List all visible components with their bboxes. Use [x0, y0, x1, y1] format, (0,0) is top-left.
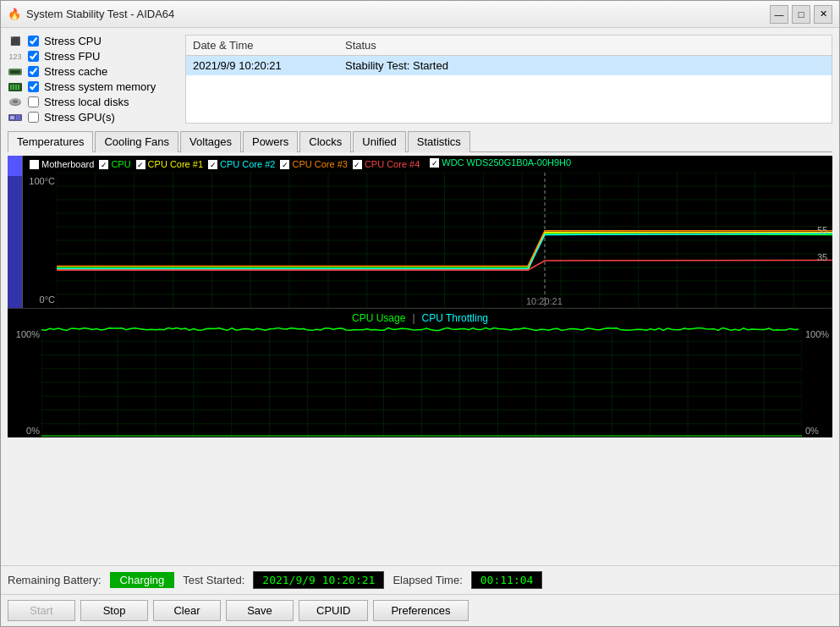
svg-rect-4 — [13, 85, 14, 90]
stress-cpu-label: Stress CPU — [44, 35, 102, 47]
cpu-y-max: 100% — [9, 329, 40, 339]
temp-y-min: 0°C — [25, 294, 55, 305]
temp-chart-plot — [57, 173, 832, 308]
temp-chart-canvas-wrapper: 100°C 0°C — [23, 173, 832, 308]
motherboard-checkbox[interactable] — [30, 160, 39, 169]
core4-label: CPU Core #4 — [365, 159, 420, 169]
tab-clocks[interactable]: Clocks — [299, 131, 351, 152]
log-datetime: 2021/9/9 10:20:21 — [193, 59, 328, 72]
tab-powers[interactable]: Powers — [243, 131, 298, 152]
log-status: Stability Test: Started — [345, 59, 825, 72]
stress-fpu-checkbox[interactable] — [28, 51, 39, 62]
temp-chart-legend: Motherboard CPU CPU Core #1 CPU Cor — [23, 156, 832, 173]
cpu-y-min: 0% — [9, 426, 40, 436]
disk-icon — [8, 96, 23, 108]
wdc-checkbox[interactable] — [430, 158, 439, 168]
cpu-chart-plot — [41, 327, 802, 437]
content-area: ⬛ Stress CPU 123 Stress FPU Stress cache — [1, 28, 839, 565]
stress-item-cpu: ⬛ Stress CPU — [8, 35, 177, 47]
cpu-right-max: 100% — [805, 329, 829, 339]
cpu-temp-checkbox[interactable] — [99, 160, 108, 169]
window-title: System Stability Test - AIDA64 — [26, 8, 770, 20]
core3-label: CPU Core #3 — [292, 159, 347, 169]
legend-core4: CPU Core #4 — [353, 159, 420, 169]
bottom-buttons: Start Stop Clear Save CPUID Preferences — [1, 594, 839, 626]
tab-unified[interactable]: Unified — [353, 131, 405, 152]
battery-value: Charging — [110, 572, 175, 588]
stress-gpu-checkbox[interactable] — [28, 112, 39, 123]
svg-rect-14 — [19, 115, 20, 120]
core1-checkbox[interactable] — [136, 160, 145, 169]
tab-temperatures[interactable]: Temperatures — [8, 131, 93, 152]
core2-checkbox[interactable] — [208, 160, 217, 169]
legend-core3: CPU Core #3 — [280, 159, 347, 169]
svg-rect-11 — [10, 116, 14, 119]
close-button[interactable]: ✕ — [814, 5, 832, 24]
fpu-icon: 123 — [8, 51, 23, 63]
cpu-throttling-label: CPU Throttling — [422, 312, 488, 324]
window-controls: — □ ✕ — [770, 5, 832, 24]
stress-item-fpu: 123 Stress FPU — [8, 50, 177, 63]
stress-memory-label: Stress system memory — [44, 80, 156, 93]
stress-cache-checkbox[interactable] — [28, 66, 39, 77]
log-table: Date & Time Status 2021/9/9 10:20:21 Sta… — [185, 35, 832, 124]
memory-icon — [8, 81, 23, 93]
stress-cpu-checkbox[interactable] — [28, 36, 39, 47]
cpu-right-axis: 100% 0% — [802, 327, 832, 437]
cpuid-button[interactable]: CPUID — [299, 600, 368, 621]
save-button[interactable]: Save — [226, 600, 294, 621]
core3-checkbox[interactable] — [280, 160, 289, 169]
tab-statistics[interactable]: Statistics — [408, 131, 470, 152]
stress-disk-checkbox[interactable] — [28, 96, 39, 107]
cpu-separator: | — [412, 312, 415, 324]
svg-rect-5 — [15, 85, 17, 90]
date-col-header: Date & Time — [193, 39, 328, 52]
svg-rect-13 — [18, 115, 19, 120]
legend-core2: CPU Core #2 — [208, 159, 275, 169]
maximize-button[interactable]: □ — [792, 5, 810, 24]
app-icon: 🔥 — [8, 8, 21, 21]
tabs-section: Temperatures Cooling Fans Voltages Power… — [8, 130, 832, 152]
status-bar: Remaining Battery: Charging Test Started… — [1, 565, 839, 594]
stress-item-disk: Stress local disks — [8, 96, 177, 108]
tab-cooling-fans[interactable]: Cooling Fans — [95, 131, 178, 152]
core4-checkbox[interactable] — [353, 160, 362, 169]
stress-gpu-label: Stress GPU(s) — [44, 111, 115, 124]
test-started-label: Test Started: — [183, 574, 244, 586]
wdc-label: WDC WDS250G1B0A-00H9H0 — [442, 157, 571, 168]
log-row: 2021/9/9 10:20:21 Stability Test: Starte… — [186, 56, 832, 75]
temp-chart-container: Motherboard CPU CPU Core #1 CPU Cor — [23, 156, 832, 308]
clear-button[interactable]: Clear — [153, 600, 221, 621]
svg-rect-1 — [10, 70, 20, 74]
stress-cache-label: Stress cache — [44, 65, 107, 78]
preferences-button[interactable]: Preferences — [373, 600, 468, 621]
temp-y-max: 100°C — [25, 176, 55, 186]
cpu-chart-plot-area: 100% 0% 100% 0% — [8, 327, 832, 437]
stop-button[interactable]: Stop — [80, 600, 148, 621]
core2-label: CPU Core #2 — [220, 159, 275, 169]
cpu-icon: ⬛ — [8, 36, 23, 47]
elapsed-label: Elapsed Time: — [393, 574, 462, 586]
stress-memory-checkbox[interactable] — [28, 81, 39, 92]
cpu-chart-canvas — [41, 327, 802, 437]
minimize-button[interactable]: — — [770, 5, 788, 24]
gpu-icon — [8, 112, 23, 124]
cpu-right-min: 0% — [805, 426, 829, 436]
cpu-y-axis: 100% 0% — [8, 327, 41, 437]
temp-chart-area: Motherboard CPU CPU Core #1 CPU Cor — [8, 156, 832, 308]
cpu-chart-container: CPU Usage | CPU Throttling 100% 0% 100% … — [8, 308, 832, 437]
scrollbar-side — [8, 156, 23, 308]
cache-icon — [8, 66, 23, 78]
test-started-value: 2021/9/9 10:20:21 — [253, 571, 384, 589]
start-button[interactable]: Start — [8, 600, 75, 621]
tabs-bar: Temperatures Cooling Fans Voltages Power… — [8, 130, 832, 152]
legend-core1: CPU Core #1 — [136, 159, 203, 169]
charts-section: Motherboard CPU CPU Core #1 CPU Cor — [8, 156, 832, 558]
cpu-usage-label: CPU Usage — [352, 312, 405, 324]
tab-voltages[interactable]: Voltages — [180, 131, 241, 152]
log-table-header: Date & Time Status — [186, 36, 832, 56]
legend-motherboard: Motherboard — [30, 159, 94, 169]
scrollbar-thumb[interactable] — [8, 156, 22, 176]
stress-item-memory: Stress system memory — [8, 80, 177, 93]
legend-cpu: CPU — [99, 159, 130, 169]
